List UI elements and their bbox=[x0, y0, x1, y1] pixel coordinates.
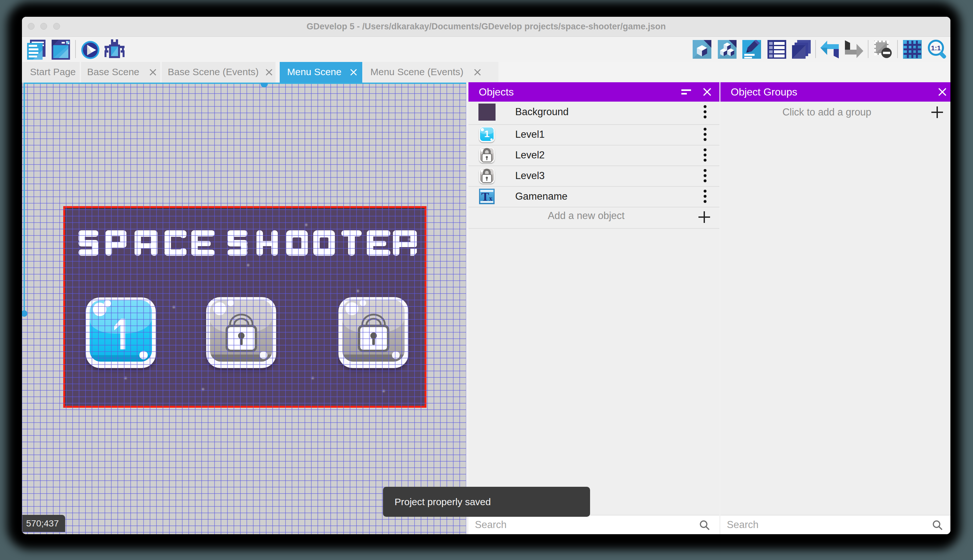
svg-text:1:1: 1:1 bbox=[931, 44, 941, 52]
